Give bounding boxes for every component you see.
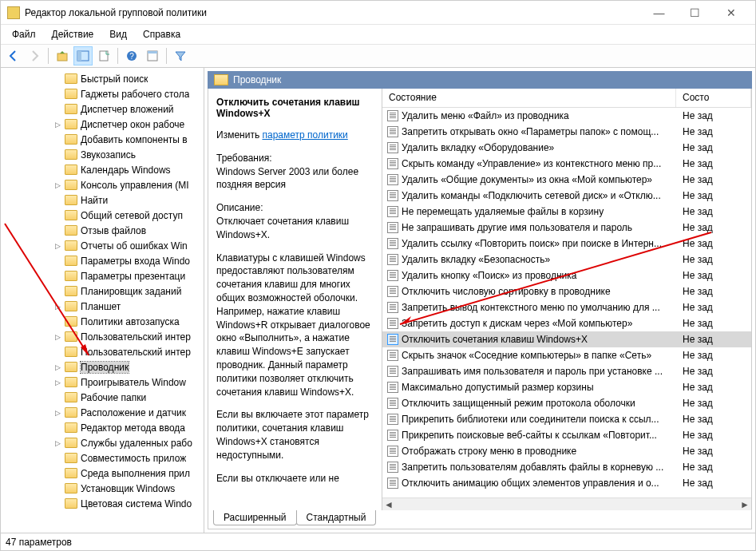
menu-view[interactable]: Вид (101, 26, 135, 42)
list-row[interactable]: Отображать строку меню в проводникеНе за… (382, 443, 751, 459)
folder-icon (65, 362, 77, 372)
tree-item[interactable]: Политики автозапуска (1, 314, 204, 329)
tree-item-label: Добавить компоненты в (81, 134, 188, 145)
tree-item[interactable]: ▷Пользовательский интер (1, 329, 204, 344)
expander-icon[interactable]: ▷ (55, 409, 65, 417)
scroll-right-icon[interactable]: ► (738, 498, 751, 511)
tree-item[interactable]: Звукозапись (1, 147, 204, 162)
forward-button[interactable] (25, 46, 44, 65)
tree-item[interactable]: Редактор метода ввода (1, 420, 204, 435)
tree-item[interactable]: ▷Службы удаленных рабо (1, 435, 204, 450)
policy-state: Не зад (676, 334, 713, 345)
tree-item[interactable]: Совместимость прилож (1, 450, 204, 466)
filter-button[interactable] (171, 46, 190, 65)
list-row[interactable]: Скрыть команду «Управление» из контекстн… (382, 156, 751, 172)
tab-standard[interactable]: Стандартный (296, 510, 377, 525)
expander-icon[interactable]: ▷ (55, 333, 65, 341)
list-row[interactable]: Удалить «Общие документы» из окна «Мой к… (382, 172, 751, 188)
export-list-button[interactable] (94, 46, 113, 65)
list-row[interactable]: Отключить сочетания клавиш Windows+XНе з… (382, 331, 751, 347)
policy-name: Удалить вкладку «Оборудование» (402, 142, 676, 153)
folder-icon (65, 180, 77, 190)
help-button[interactable]: ? (122, 46, 141, 65)
policy-icon (387, 238, 398, 249)
list-row[interactable]: Не перемещать удаляемые файлы в корзинуН… (382, 204, 751, 220)
back-button[interactable] (4, 46, 23, 65)
list-row[interactable]: Запрашивать имя пользователя и пароль пр… (382, 363, 751, 379)
scroll-left-icon[interactable]: ◄ (382, 498, 395, 511)
expander-icon[interactable]: ▷ (55, 181, 65, 189)
up-button[interactable] (53, 46, 72, 65)
list-row[interactable]: Удалить команды «Подключить сетевой диск… (382, 188, 751, 204)
list-row[interactable]: Удалить кнопку «Поиск» из проводникаНе з… (382, 268, 751, 283)
column-state2[interactable]: Состо (676, 89, 751, 107)
list-row[interactable]: Не запрашивать другие имя пользователя и… (382, 220, 751, 236)
list-row[interactable]: Удалить вкладку «Безопасность»Не зад (382, 252, 751, 268)
tree-item[interactable]: Добавить компоненты в (1, 132, 204, 147)
tree-item[interactable]: Параметры презентаци (1, 268, 204, 283)
edit-policy-link[interactable]: параметр политики (262, 129, 347, 141)
tree-pane[interactable]: Быстрый поискГаджеты рабочего столаДиспе… (1, 68, 204, 533)
tree-item[interactable]: Пользовательский интер (1, 344, 204, 359)
horizontal-scrollbar[interactable]: ◄ ► (382, 497, 751, 510)
list-row[interactable]: Удалить меню «Файл» из проводникаНе зад (382, 108, 751, 124)
show-hide-tree-button[interactable] (73, 46, 93, 65)
expander-icon[interactable]: ▷ (55, 303, 65, 311)
list-row[interactable]: Удалить ссылку «Повторить поиск» при пои… (382, 236, 751, 252)
expander-icon[interactable]: ▷ (55, 379, 65, 386)
tree-item[interactable]: ▷Планшет (1, 299, 204, 314)
policy-state: Не зад (676, 478, 713, 489)
tab-extended[interactable]: Расширенный (213, 510, 297, 525)
column-state[interactable]: Состояние (382, 89, 676, 107)
expander-icon[interactable]: ▷ (55, 363, 65, 371)
list-row[interactable]: Запретить пользователям добавлять файлы … (382, 459, 751, 475)
list-row[interactable]: Запретить вывод контекстного меню по умо… (382, 299, 751, 315)
menu-help[interactable]: Справка (135, 26, 188, 42)
category-header: Проводник (208, 71, 752, 89)
policy-state: Не зад (676, 382, 713, 393)
tree-item[interactable]: Отзыв файлов (1, 223, 204, 238)
tree-item[interactable]: Календарь Windows (1, 162, 204, 177)
policy-name: Не перемещать удаляемые файлы в корзину (402, 206, 676, 217)
maximize-button[interactable]: ☐ (677, 2, 713, 24)
expander-icon[interactable]: ▷ (55, 242, 65, 250)
tree-item[interactable]: Планировщик заданий (1, 283, 204, 299)
tree-item[interactable]: Среда выполнения прил (1, 466, 204, 481)
tree-item[interactable]: ▷Проводник (1, 359, 204, 375)
tree-item[interactable]: Установщик Windows (1, 481, 204, 496)
expander-icon[interactable]: ▷ (55, 121, 65, 129)
list-row[interactable]: Максимально допустимый размер корзиныНе … (382, 379, 751, 395)
tree-item[interactable]: Гаджеты рабочего стола (1, 86, 204, 101)
tree-item[interactable]: ▷Расположение и датчик (1, 405, 204, 420)
tree-item[interactable]: Быстрый поиск (1, 71, 204, 86)
tree-item[interactable]: Параметры входа Windo (1, 253, 204, 268)
tree-item[interactable]: ▷Консоль управления (MI (1, 177, 204, 192)
menu-action[interactable]: Действие (44, 26, 102, 42)
policy-name: Запретить пользователям добавлять файлы … (402, 462, 676, 473)
tree-item[interactable]: ▷Проигрыватель Window (1, 375, 204, 390)
list-row[interactable]: Запретить доступ к дискам через «Мой ком… (382, 315, 751, 331)
tree-item[interactable]: Цветовая система Windo (1, 496, 204, 511)
expander-icon[interactable]: ▷ (55, 439, 65, 447)
list-row[interactable]: Отключить числовую сортировку в проводни… (382, 283, 751, 299)
list-row[interactable]: Прикрепить библиотеки или соединители по… (382, 411, 751, 427)
list-row[interactable]: Скрыть значок «Соседние компьютеры» в па… (382, 347, 751, 363)
tree-item[interactable]: ▷Диспетчер окон рабоче (1, 117, 204, 132)
policy-state: Не зад (676, 286, 713, 297)
list-row[interactable]: Запретить открывать окно «Параметры папо… (382, 124, 751, 140)
tree-item[interactable]: Найти (1, 192, 204, 208)
tree-item[interactable]: Диспетчер вложений (1, 101, 204, 117)
list-row[interactable]: Отключить защищенный режим протокола обо… (382, 395, 751, 411)
list-row[interactable]: Прикрепить поисковые веб-сайты к ссылкам… (382, 427, 751, 443)
tree-item[interactable]: Рабочие папки (1, 390, 204, 405)
minimize-button[interactable]: — (641, 2, 677, 24)
list-row[interactable]: Отключить анимацию общих элементов управ… (382, 475, 751, 491)
close-button[interactable]: ✕ (713, 2, 749, 24)
list-body[interactable]: Удалить меню «Файл» из проводникаНе задЗ… (382, 108, 751, 497)
policy-icon (387, 270, 398, 281)
tree-item[interactable]: Общий сетевой доступ (1, 208, 204, 223)
menu-file[interactable]: Файл (4, 26, 44, 42)
tree-item[interactable]: ▷Отчеты об ошибках Win (1, 238, 204, 253)
list-row[interactable]: Удалить вкладку «Оборудование»Не зад (382, 140, 751, 156)
properties-button[interactable] (143, 46, 162, 65)
